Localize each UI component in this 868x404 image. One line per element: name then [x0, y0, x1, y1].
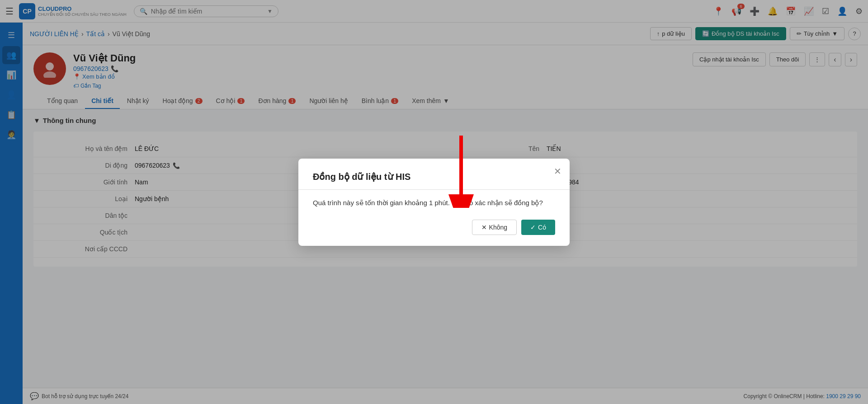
modal-body: Quá trình này sẽ tốn thời gian khoảng 1 …: [313, 199, 555, 207]
modal-no-button[interactable]: ✕ Không: [472, 220, 517, 235]
check-icon: ✓: [530, 224, 536, 231]
modal-title: Đồng bộ dữ liệu từ HIS: [313, 171, 555, 182]
modal-yes-button[interactable]: ✓ Có: [521, 220, 555, 235]
modal-footer: ✕ Không ✓ Có: [313, 220, 555, 235]
modal-divider: [298, 189, 570, 190]
modal-dialog: Đồng bộ dữ liệu từ HIS ✕ Quá trình này s…: [298, 159, 570, 246]
x-icon: ✕: [481, 224, 487, 231]
modal-close-button[interactable]: ✕: [554, 166, 561, 177]
modal-overlay: Đồng bộ dữ liệu từ HIS ✕ Quá trình này s…: [0, 0, 868, 404]
